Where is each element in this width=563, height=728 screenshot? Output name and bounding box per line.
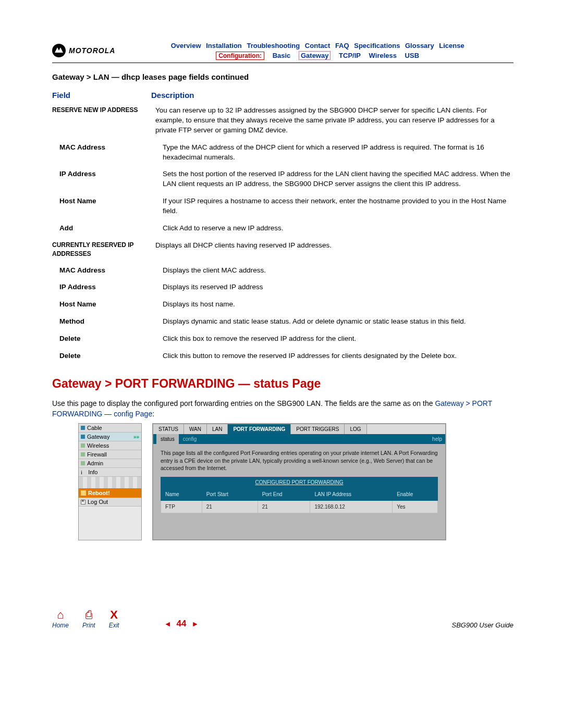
tab-status[interactable]: STATUS [153,424,184,434]
table-row: DeleteClick this box to remove the reser… [52,334,513,344]
tab-port-triggers[interactable]: PORT TRIGGERS [291,424,345,434]
prev-page[interactable]: ◄ [164,620,172,628]
column-headers: Field Description [52,91,513,100]
home-icon: ⌂ [52,608,69,622]
field-description: Click this box to remove the reserved IP… [163,334,513,344]
exit-button[interactable]: X Exit [109,608,119,629]
field-label: Delete [52,351,163,361]
field-description: Displays the client MAC address. [163,266,513,276]
cpf-title: CONFIGURED PORT FORWARDING [161,477,438,488]
brand-logo: MOTOROLA [52,44,115,57]
menu-gateway[interactable]: Gateway [79,433,141,441]
app-window: STATUS WAN LAN PORT FORWARDING PORT TRIG… [152,423,446,540]
nav-overview[interactable]: Overview [171,42,201,50]
field-description: Type the MAC address of the DHCP client … [163,143,513,163]
nav-troubleshooting[interactable]: Troubleshooting [247,42,300,50]
subnav-tcpip[interactable]: TCP/IP [339,52,361,59]
field-label: IP Address [52,169,163,189]
cpf-col-name: Name [161,488,202,500]
subnav-configuration: Configuration: [216,52,264,60]
header-field: Field [52,91,151,100]
menu-wireless[interactable]: Wireless [79,441,141,450]
subnav-gateway[interactable]: Gateway [299,51,331,60]
page-footer: ⌂ Home ⎙ Print X Exit ◄ 44 ► SBG900 User… [52,608,513,629]
menu-info[interactable]: i Info [79,468,141,477]
table-row: RESERVE NEW IP ADDRESSYou can reserve up… [52,106,513,135]
nav-faq[interactable]: FAQ [335,42,349,50]
page-pager: ◄ 44 ► [164,619,199,629]
fields-table: RESERVE NEW IP ADDRESSYou can reserve up… [52,106,513,361]
print-icon: ⎙ [82,608,95,622]
subnav-basic[interactable]: Basic [273,52,291,59]
menu-firewall[interactable]: Firewall [79,450,141,459]
subtab-status[interactable]: status [156,434,179,444]
section-title: Gateway > LAN — dhcp leases page fields … [52,72,513,81]
table-row: CURRENTLY RESERVED IP ADDRESSESDisplays … [52,241,513,258]
menu-stripe [79,477,141,488]
menu-reboot[interactable]: Reboot! [79,488,141,498]
field-description: Displays its reserved IP address [163,282,513,292]
nav-specifications[interactable]: Specifications [354,42,400,50]
field-label: MAC Address [52,143,163,163]
cpf-cell-name: FTP [161,500,202,513]
tab-wan[interactable]: WAN [184,424,207,434]
field-description: Displays dynamic and static lease status… [163,317,513,327]
tab-lan[interactable]: LAN [207,424,228,434]
exit-icon: X [109,608,119,622]
top-nav: Overview Installation Troubleshooting Co… [121,42,513,59]
field-label: CURRENTLY RESERVED IP ADDRESSES [52,241,155,258]
field-description: Click this button to remove the reserved… [163,351,513,361]
field-label: Add [52,224,163,233]
subnav-usb[interactable]: USB [405,52,419,59]
field-label: MAC Address [52,266,163,276]
field-label: Host Name [52,196,163,216]
cpf-col-portstart: Port Start [202,488,258,500]
port-forwarding-heading: Gateway > PORT FORWARDING — status Page [52,377,513,391]
menu-admin[interactable]: Admin [79,459,141,468]
table-row: AddClick Add to reserve a new IP address… [52,224,513,233]
print-button[interactable]: ⎙ Print [82,608,95,629]
next-page[interactable]: ► [192,620,199,628]
table-row: IP AddressSets the host portion of the r… [52,169,513,189]
cpf-col-enable: Enable [393,488,438,500]
home-button[interactable]: ⌂ Home [52,608,69,629]
menu-cable[interactable]: Cable [79,424,141,433]
nav-installation[interactable]: Installation [206,42,242,50]
cpf-col-lanip: LAN IP Address [310,488,393,500]
field-description: If your ISP requires a hostname to acces… [163,196,513,216]
divider [52,63,513,63]
table-row: DeleteClick this button to remove the re… [52,351,513,361]
field-description: Sets the host portion of the reserved IP… [163,169,513,189]
guide-label: SBG900 User Guide [451,621,513,629]
brand-text: MOTOROLA [69,46,115,55]
menu-logout[interactable]: Log Out [79,498,141,507]
table-row: MethodDisplays dynamic and static lease … [52,317,513,327]
cpf-table: Name Port Start Port End LAN IP Address … [161,488,438,513]
help-link[interactable]: help [432,436,442,442]
cpf-cell-enable: Yes [393,500,438,513]
motorola-icon [52,44,66,57]
embedded-screenshot: Cable Gateway Wireless Firewall Admin i … [78,423,513,540]
nav-contact[interactable]: Contact [305,42,330,50]
table-row: Host NameDisplays its host name. [52,300,513,310]
field-label: IP Address [52,282,163,292]
nav-license[interactable]: License [439,42,464,50]
subtab-config[interactable]: config [179,434,201,444]
tab-port-forwarding[interactable]: PORT FORWARDING [228,424,291,434]
side-menu: Cable Gateway Wireless Firewall Admin i … [78,423,142,540]
cpf-cell-lanip: 192.168.0.12 [310,500,393,513]
field-label: RESERVE NEW IP ADDRESS [52,106,155,135]
table-row: MAC AddressType the MAC address of the D… [52,143,513,163]
field-description: Displays its host name. [163,300,513,310]
cpf-cell-portstart: 21 [202,500,258,513]
nav-glossary[interactable]: Glossary [405,42,434,50]
cpf-row: FTP 21 21 192.168.0.12 Yes [161,500,438,513]
intro-paragraph: Use this page to display the configured … [52,398,513,419]
app-subtabs: status config help [153,434,445,444]
subnav-wireless[interactable]: Wireless [369,52,397,59]
app-description: This page lists all the configured Port … [161,449,438,472]
field-label: Host Name [52,300,163,310]
tab-log[interactable]: LOG [345,424,366,434]
cpf-col-portend: Port End [258,488,310,500]
page-number: 44 [177,619,187,629]
